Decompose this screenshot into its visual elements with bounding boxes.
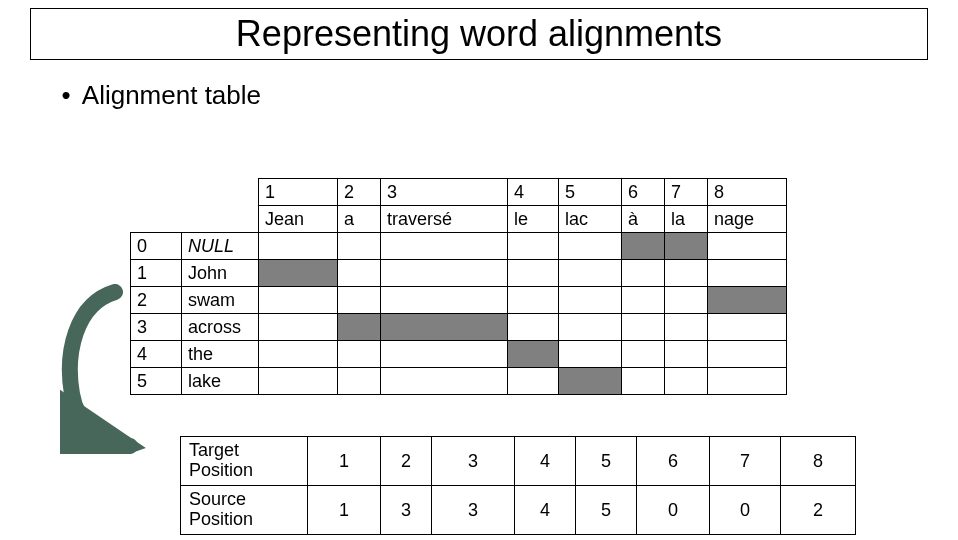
slide: Representing word alignments • Alignment… bbox=[0, 8, 958, 540]
tpos-4: 4 bbox=[515, 437, 576, 486]
src-word-1: John bbox=[182, 260, 259, 287]
spos-7: 0 bbox=[710, 486, 781, 535]
source-position-label: Source Position bbox=[181, 486, 308, 535]
title-box: Representing word alignments bbox=[30, 8, 928, 60]
src-word-5: lake bbox=[182, 368, 259, 395]
src-word-0: NULL bbox=[182, 233, 259, 260]
table-row: 2 swam bbox=[131, 287, 787, 314]
src-word-4: the bbox=[182, 341, 259, 368]
tgt-idx-1: 1 bbox=[259, 179, 338, 206]
bullet-dot: • bbox=[56, 80, 76, 111]
aligned-cell bbox=[508, 341, 559, 368]
tpos-1: 1 bbox=[308, 437, 381, 486]
tgt-idx-5: 5 bbox=[559, 179, 622, 206]
tpos-3: 3 bbox=[432, 437, 515, 486]
table-row: 5 lake bbox=[131, 368, 787, 395]
tgt-idx-3: 3 bbox=[381, 179, 508, 206]
aligned-cell bbox=[622, 233, 665, 260]
tpos-7: 7 bbox=[710, 437, 781, 486]
spos-6: 0 bbox=[637, 486, 710, 535]
spos-8: 2 bbox=[781, 486, 856, 535]
tgt-word-1: Jean bbox=[259, 206, 338, 233]
src-word-3: across bbox=[182, 314, 259, 341]
table-row: Target Position 1 2 3 4 5 6 7 8 bbox=[181, 437, 856, 486]
tpos-6: 6 bbox=[637, 437, 710, 486]
page-title: Representing word alignments bbox=[41, 13, 917, 55]
alignment-table: 1 2 3 4 5 6 7 8 Jean a traversé le lac à… bbox=[130, 178, 787, 395]
src-idx-1: 1 bbox=[131, 260, 182, 287]
curved-arrow-icon bbox=[60, 284, 150, 454]
bullet-text: Alignment table bbox=[82, 80, 261, 110]
alignment-grid: 1 2 3 4 5 6 7 8 Jean a traversé le lac à… bbox=[130, 178, 787, 395]
table-row: 4 the bbox=[131, 341, 787, 368]
bullet-line: • Alignment table bbox=[56, 80, 958, 111]
tgt-idx-2: 2 bbox=[338, 179, 381, 206]
table-row: 0 NULL bbox=[131, 233, 787, 260]
aligned-cell bbox=[708, 287, 787, 314]
src-word-2: swam bbox=[182, 287, 259, 314]
tgt-word-7: la bbox=[665, 206, 708, 233]
aligned-cell bbox=[665, 233, 708, 260]
tgt-word-2: a bbox=[338, 206, 381, 233]
aligned-cell bbox=[338, 314, 381, 341]
tgt-idx-7: 7 bbox=[665, 179, 708, 206]
tgt-word-8: nage bbox=[708, 206, 787, 233]
spos-4: 4 bbox=[515, 486, 576, 535]
spos-5: 5 bbox=[576, 486, 637, 535]
spos-3: 3 bbox=[432, 486, 515, 535]
spos-1: 1 bbox=[308, 486, 381, 535]
aligned-cell bbox=[559, 368, 622, 395]
tgt-idx-8: 8 bbox=[708, 179, 787, 206]
aligned-cell bbox=[259, 260, 338, 287]
tgt-word-3: traversé bbox=[381, 206, 508, 233]
position-table: Target Position 1 2 3 4 5 6 7 8 Source P… bbox=[180, 436, 856, 535]
tgt-idx-6: 6 bbox=[622, 179, 665, 206]
spos-2: 3 bbox=[381, 486, 432, 535]
tgt-idx-4: 4 bbox=[508, 179, 559, 206]
tgt-word-5: lac bbox=[559, 206, 622, 233]
tpos-5: 5 bbox=[576, 437, 637, 486]
table-row: Source Position 1 3 3 4 5 0 0 2 bbox=[181, 486, 856, 535]
table-row: 1 John bbox=[131, 260, 787, 287]
table-row: 3 across bbox=[131, 314, 787, 341]
tgt-word-4: le bbox=[508, 206, 559, 233]
target-position-label: Target Position bbox=[181, 437, 308, 486]
tpos-8: 8 bbox=[781, 437, 856, 486]
tpos-2: 2 bbox=[381, 437, 432, 486]
aligned-cell bbox=[381, 314, 508, 341]
src-idx-0: 0 bbox=[131, 233, 182, 260]
position-table-wrap: Target Position 1 2 3 4 5 6 7 8 Source P… bbox=[180, 436, 856, 535]
tgt-word-6: à bbox=[622, 206, 665, 233]
